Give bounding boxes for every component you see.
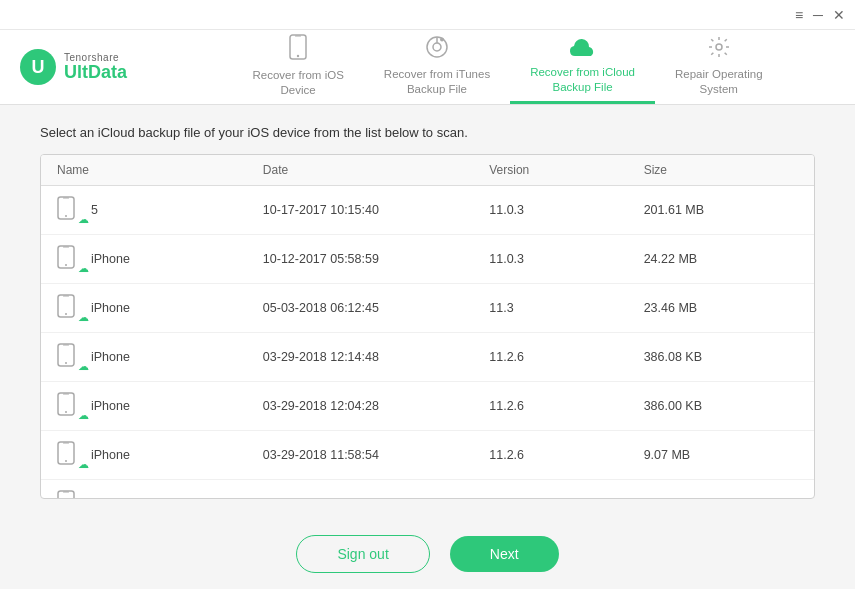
device-icon: ☁ (57, 343, 85, 371)
version-cell: 11.3 (489, 497, 643, 498)
col-header-version: Version (489, 163, 643, 177)
size-cell: 23.46 MB (644, 301, 798, 315)
svg-rect-12 (63, 198, 69, 199)
device-name: iPhone (91, 497, 130, 498)
tab-ios-device-label: Recover from iOSDevice (252, 68, 343, 98)
col-header-date: Date (263, 163, 489, 177)
device-cell: ☁ iPhone (57, 294, 263, 322)
device-name: iPhone (91, 448, 130, 462)
table-row[interactable]: ☁ iPhone03-29-2018 11:58:5411.2.69.07 MB (41, 431, 814, 480)
date-cell: 10-17-2017 10:15:40 (263, 203, 489, 217)
device-name: iPhone (91, 301, 130, 315)
tab-repair-os-label: Repair OperatingSystem (675, 67, 763, 97)
minimize-icon[interactable]: ─ (813, 8, 823, 22)
device-icon: ☁ (57, 441, 85, 469)
ios-device-icon (287, 34, 309, 64)
size-cell: 9.07 MB (644, 448, 798, 462)
device-icon: ☁ (57, 196, 85, 224)
svg-rect-24 (63, 394, 69, 395)
tab-repair-os[interactable]: Repair OperatingSystem (655, 30, 783, 104)
tab-icloud-backup-label: Recover from iCloudBackup File (530, 65, 635, 95)
table-row[interactable]: ☁ iPhone03-29-2018 12:14:4811.2.6386.08 … (41, 333, 814, 382)
svg-rect-4 (295, 35, 301, 36)
instruction-text: Select an iCloud backup file of your iOS… (40, 125, 815, 140)
table-row[interactable]: ☁ iPhone10-12-2017 05:58:5911.0.324.22 M… (41, 235, 814, 284)
backup-table: Name Date Version Size ☁ 510-17-2017 10:… (40, 154, 815, 499)
svg-point-26 (65, 460, 67, 462)
size-cell: 201.61 MB (644, 203, 798, 217)
svg-point-23 (65, 411, 67, 413)
date-cell: 02-16-2018 08:04:29 (263, 497, 489, 498)
version-cell: 11.2.6 (489, 448, 643, 462)
version-cell: 11.2.6 (489, 399, 643, 413)
svg-text:U: U (32, 57, 45, 77)
table-row[interactable]: ☁ iPhone02-16-2018 08:04:2911.3379.92 MB (41, 480, 814, 498)
table-header: Name Date Version Size (41, 155, 814, 186)
table-row[interactable]: ☁ iPhone03-29-2018 12:04:2811.2.6386.00 … (41, 382, 814, 431)
window-controls: ≡ ─ ✕ (795, 8, 845, 22)
date-cell: 03-29-2018 12:14:48 (263, 350, 489, 364)
tab-itunes-backup[interactable]: Recover from iTunesBackup File (364, 30, 510, 104)
device-icon: ☁ (57, 294, 85, 322)
size-cell: 386.00 KB (644, 399, 798, 413)
itunes-icon (425, 35, 449, 63)
sign-out-button[interactable]: Sign out (296, 535, 429, 573)
nav-tabs: Recover from iOSDevice Recover from iTun… (180, 30, 835, 104)
table-row[interactable]: ☁ 510-17-2017 10:15:4011.0.3201.61 MB (41, 186, 814, 235)
logo: U Tenorshare UltData (20, 49, 180, 85)
tab-icloud-backup[interactable]: Recover from iCloudBackup File (510, 30, 655, 104)
version-cell: 11.0.3 (489, 252, 643, 266)
svg-rect-21 (63, 345, 69, 346)
device-name: iPhone (91, 252, 130, 266)
device-icon: ☁ (57, 245, 85, 273)
device-icon: ☁ (57, 392, 85, 420)
device-name: iPhone (91, 350, 130, 364)
version-cell: 11.0.3 (489, 203, 643, 217)
device-cell: ☁ iPhone (57, 392, 263, 420)
table-body: ☁ 510-17-2017 10:15:4011.0.3201.61 MB ☁ … (41, 186, 814, 498)
tab-itunes-backup-label: Recover from iTunesBackup File (384, 67, 490, 97)
date-cell: 05-03-2018 06:12:45 (263, 301, 489, 315)
device-icon: ☁ (57, 490, 85, 498)
device-cell: ☁ iPhone (57, 343, 263, 371)
svg-rect-18 (63, 296, 69, 297)
svg-point-14 (65, 264, 67, 266)
svg-point-17 (65, 313, 67, 315)
size-cell: 24.22 MB (644, 252, 798, 266)
device-cell: ☁ iPhone (57, 441, 263, 469)
device-cell: ☁ iPhone (57, 245, 263, 273)
size-cell: 379.92 MB (644, 497, 798, 498)
svg-point-8 (440, 37, 444, 41)
svg-point-20 (65, 362, 67, 364)
footer: Sign out Next (0, 519, 855, 589)
icloud-icon (569, 37, 597, 61)
date-cell: 10-12-2017 05:58:59 (263, 252, 489, 266)
device-cell: ☁ 5 (57, 196, 263, 224)
device-cell: ☁ iPhone (57, 490, 263, 498)
device-name: iPhone (91, 399, 130, 413)
close-icon[interactable]: ✕ (833, 8, 845, 22)
logo-text: Tenorshare UltData (64, 52, 127, 83)
svg-rect-30 (63, 492, 69, 493)
header: U Tenorshare UltData Recover from iOSDev… (0, 30, 855, 105)
version-cell: 11.2.6 (489, 350, 643, 364)
title-bar: ≡ ─ ✕ (0, 0, 855, 30)
logo-product: UltData (64, 63, 127, 83)
main-content: Select an iCloud backup file of your iOS… (0, 105, 855, 519)
svg-rect-15 (63, 247, 69, 248)
svg-point-6 (433, 43, 441, 51)
repair-icon (707, 35, 731, 63)
table-row[interactable]: ☁ iPhone05-03-2018 06:12:4511.323.46 MB (41, 284, 814, 333)
svg-point-11 (65, 215, 67, 217)
col-header-name: Name (57, 163, 263, 177)
menu-icon[interactable]: ≡ (795, 8, 803, 22)
svg-rect-27 (63, 443, 69, 444)
date-cell: 03-29-2018 12:04:28 (263, 399, 489, 413)
svg-point-9 (716, 44, 722, 50)
logo-icon: U (20, 49, 56, 85)
device-name: 5 (91, 203, 98, 217)
tab-ios-device[interactable]: Recover from iOSDevice (232, 30, 363, 104)
next-button[interactable]: Next (450, 536, 559, 572)
version-cell: 11.3 (489, 301, 643, 315)
col-header-size: Size (644, 163, 798, 177)
